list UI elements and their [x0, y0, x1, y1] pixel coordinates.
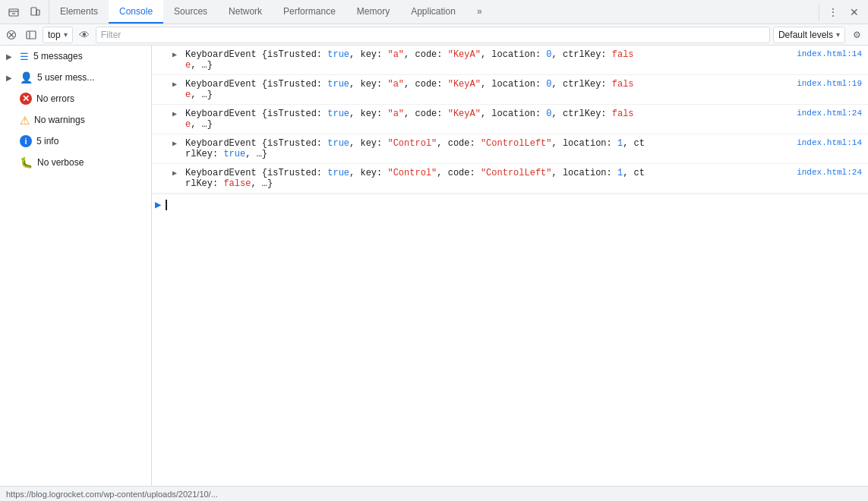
expand-entry-icon[interactable]: ▶ — [167, 136, 182, 162]
top-bar-right: ⋮ ✕ — [819, 3, 868, 21]
console-entry: ▶ KeyboardEvent {isTrusted: true, key: "… — [152, 105, 868, 134]
console-entry: ▶ KeyboardEvent {isTrusted: true, key: "… — [152, 134, 868, 164]
entry-location-link[interactable]: index.html:19 — [797, 77, 868, 88]
sidebar-item-user-messages[interactable]: ▶ 👤 5 user mess... — [0, 67, 151, 88]
console-entry: ▶ KeyboardEvent {isTrusted: true, key: "… — [152, 46, 868, 75]
console-cursor — [166, 200, 167, 210]
sidebar-item-messages[interactable]: ▶ ☰ 5 messages — [0, 46, 151, 67]
tab-performance[interactable]: Performance — [273, 0, 346, 24]
console-toolbar: top ▾ 👁 Default levels ▾ ⚙ — [0, 24, 868, 46]
close-devtools-icon[interactable]: ✕ — [845, 3, 863, 21]
tab-elements[interactable]: Elements — [49, 0, 109, 24]
console-input-row[interactable]: ▶ — [152, 194, 868, 215]
expand-arrow-icon: ▶ — [6, 74, 15, 82]
svg-rect-0 — [9, 9, 18, 16]
entry-body: KeyboardEvent {isTrusted: true, key: "a"… — [182, 77, 797, 102]
tab-sources[interactable]: Sources — [163, 0, 218, 24]
top-bar: Elements Console Sources Network Perform… — [0, 0, 868, 24]
console-entry: ▶ KeyboardEvent {isTrusted: true, key: "… — [152, 164, 868, 194]
entry-location-link[interactable]: index.html:14 — [797, 136, 868, 147]
chevron-down-icon: ▾ — [64, 30, 68, 39]
info-icon: i — [20, 135, 32, 147]
sidebar-item-errors[interactable]: ▶ ✕ No errors — [0, 88, 151, 109]
devtools-window-controls — [0, 0, 49, 24]
input-prompt-icon: ▶ — [155, 198, 161, 211]
log-level-selector[interactable]: Default levels ▾ — [773, 27, 845, 43]
console-output: ▶ KeyboardEvent {isTrusted: true, key: "… — [152, 46, 868, 486]
main-area: ▶ ☰ 5 messages ▶ 👤 5 user mess... ▶ ✕ No… — [0, 46, 868, 486]
sidebar-item-warnings[interactable]: ▶ ⚠ No warnings — [0, 109, 151, 131]
device-toolbar-icon[interactable] — [26, 3, 44, 21]
entry-location-link[interactable]: index.html:24 — [797, 165, 868, 177]
svg-rect-2 — [36, 10, 39, 15]
tab-memory[interactable]: Memory — [346, 0, 400, 24]
expand-entry-icon[interactable]: ▶ — [167, 77, 182, 102]
bug-icon: 🐛 — [20, 156, 33, 169]
entry-body: KeyboardEvent {isTrusted: true, key: "Co… — [182, 136, 797, 162]
expand-arrow-icon: ▶ — [6, 52, 15, 61]
sidebar: ▶ ☰ 5 messages ▶ 👤 5 user mess... ▶ ✕ No… — [0, 46, 152, 486]
warning-icon: ⚠ — [20, 115, 30, 126]
status-bar: https://blog.logrocket.com/wp-content/up… — [0, 486, 868, 501]
error-icon: ✕ — [20, 93, 32, 105]
expand-entry-icon[interactable]: ▶ — [167, 165, 182, 191]
chevron-down-icon: ▾ — [836, 30, 840, 39]
entry-location-link[interactable]: index.html:14 — [797, 47, 868, 58]
context-selector[interactable]: top ▾ — [43, 27, 73, 43]
tab-bar: Elements Console Sources Network Perform… — [49, 0, 819, 24]
entry-body: KeyboardEvent {isTrusted: true, key: "a"… — [182, 106, 797, 132]
settings-icon[interactable]: ⚙ — [848, 27, 865, 43]
clear-console-icon[interactable] — [3, 27, 20, 43]
expand-entry-icon[interactable]: ▶ — [167, 106, 182, 132]
sidebar-item-info[interactable]: ▶ i 5 info — [0, 131, 151, 152]
console-entry: ▶ KeyboardEvent {isTrusted: true, key: "… — [152, 75, 868, 105]
entry-body: KeyboardEvent {isTrusted: true, key: "a"… — [182, 47, 797, 73]
messages-icon: ☰ — [20, 52, 29, 61]
eye-icon[interactable]: 👁 — [76, 27, 93, 43]
svg-rect-1 — [31, 8, 36, 15]
more-options-icon[interactable]: ⋮ — [824, 3, 842, 21]
entry-location-link[interactable]: index.html:24 — [797, 106, 868, 118]
expand-entry-icon[interactable]: ▶ — [167, 47, 182, 73]
tab-application[interactable]: Application — [400, 0, 466, 24]
tab-console[interactable]: Console — [109, 0, 163, 24]
tab-more[interactable]: » — [466, 0, 493, 24]
svg-rect-4 — [27, 31, 36, 39]
tab-network[interactable]: Network — [218, 0, 273, 24]
filter-input[interactable] — [96, 27, 770, 43]
entry-body: KeyboardEvent {isTrusted: true, key: "Co… — [182, 165, 797, 191]
undock-icon[interactable] — [5, 3, 23, 21]
sidebar-item-verbose[interactable]: ▶ 🐛 No verbose — [0, 152, 151, 173]
user-messages-icon: 👤 — [20, 72, 33, 83]
show-sidebar-icon[interactable] — [23, 27, 39, 43]
